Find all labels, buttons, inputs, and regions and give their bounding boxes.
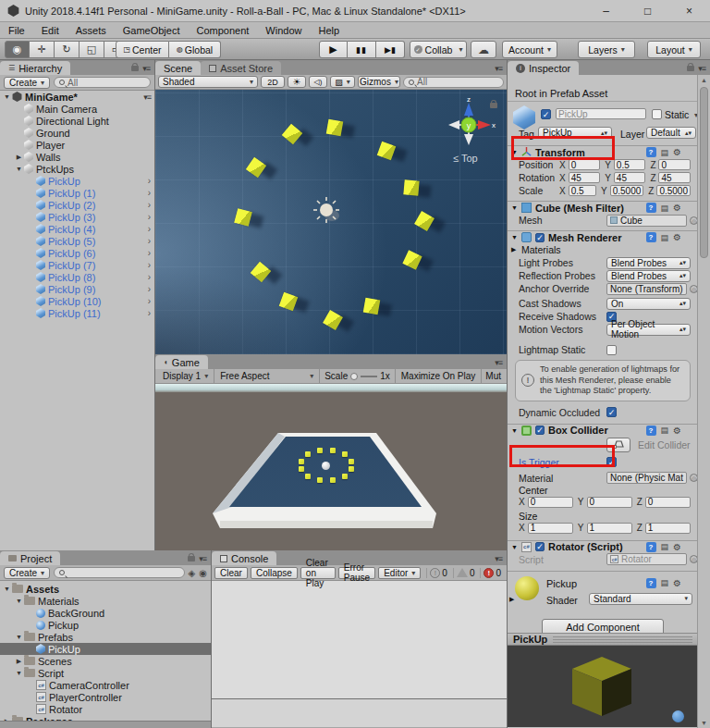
hierarchy-item-pickup-5-[interactable]: PickUp (5)› — [0, 235, 154, 247]
component-enabled-checkbox[interactable]: ✓ — [535, 233, 545, 242]
search-by-label-icon[interactable]: ◉ — [199, 568, 207, 578]
gear-icon[interactable]: ⚙ — [673, 542, 681, 552]
rotate-tool-button[interactable]: ↻ — [55, 41, 80, 58]
aspect-dropdown[interactable]: Free Aspect▾ — [214, 369, 320, 383]
scale-tool-button[interactable]: ◱ — [80, 41, 104, 58]
project-item-prefabs[interactable]: ▼Prefabs — [0, 631, 211, 643]
hierarchy-item-pickup-3-[interactable]: PickUp (3)› — [0, 211, 154, 223]
editor-dropdown[interactable]: Editor▾ — [378, 567, 421, 579]
script-object-field[interactable]: c# Rotator — [606, 553, 687, 565]
preview-viewport[interactable] — [508, 646, 698, 727]
panel-menu-icon[interactable]: ▾≡ — [495, 554, 502, 563]
project-item-playercontroller[interactable]: c#PlayerController — [0, 691, 211, 703]
foldout-icon[interactable]: ▼ — [2, 93, 12, 100]
transform-header[interactable]: ▼ Transform ? ▤ ⚙ — [508, 145, 698, 158]
mute-toggle[interactable]: Mut — [482, 369, 505, 383]
project-item-script[interactable]: ▼Script — [0, 667, 211, 679]
pause-button[interactable]: ▮▮ — [348, 41, 376, 58]
scene-orientation-gizmo[interactable]: y z x — [441, 97, 496, 153]
project-item-pickup[interactable]: Pickup — [0, 619, 211, 631]
slider-track[interactable] — [361, 376, 377, 377]
play-button[interactable]: ▶ — [319, 41, 348, 58]
error-pause-button[interactable]: Error Pause — [338, 567, 375, 579]
mesh-object-field[interactable]: Cube — [606, 215, 687, 227]
menu-help[interactable]: Help — [310, 25, 348, 36]
collider-size-y-field[interactable]: 1 — [587, 523, 632, 534]
materials-foldout[interactable]: ▶ Materials — [508, 243, 698, 256]
foldout-icon[interactable]: ▶ — [511, 246, 521, 253]
layers-dropdown[interactable]: Layers▾ — [578, 41, 635, 58]
collider-size-x-field[interactable]: 1 — [528, 523, 573, 534]
hierarchy-item-pickup-8-[interactable]: PickUp (8)› — [0, 271, 154, 283]
preview-avatar-icon[interactable] — [672, 710, 684, 722]
foldout-icon[interactable]: ▼ — [2, 586, 12, 592]
hierarchy-item-player[interactable]: Player — [0, 139, 154, 151]
mesh-filter-header[interactable]: ▼ Cube (Mesh Filter) ? ▤ ⚙ — [508, 201, 698, 214]
game-viewport[interactable] — [155, 384, 507, 550]
physic-material-field[interactable]: None (Physic Mat — [606, 472, 687, 484]
name-field[interactable]: PickUp — [556, 108, 646, 119]
preview-drag-handle[interactable] — [553, 636, 692, 643]
scene-search-input[interactable]: All — [403, 77, 504, 88]
dynamic-occluded-checkbox[interactable]: ✓ — [606, 407, 617, 417]
layout-dropdown[interactable]: Layout▾ — [647, 41, 701, 58]
light-probes-dropdown[interactable]: Blend Probes▴▾ — [606, 257, 691, 269]
minimize-button[interactable]: – — [585, 0, 627, 21]
scrollbar-thumb[interactable] — [700, 87, 708, 258]
preset-icon[interactable]: ▤ — [661, 542, 669, 551]
preset-icon[interactable]: ▤ — [661, 233, 669, 242]
position-y-field[interactable]: 0.5 — [614, 159, 646, 170]
component-enabled-checkbox[interactable]: ✓ — [535, 542, 545, 551]
collider-size-z-field[interactable]: 1 — [645, 523, 691, 534]
hierarchy-item-pickup-2-[interactable]: PickUp (2)› — [0, 199, 154, 211]
step-button[interactable]: ▶▮ — [376, 41, 405, 58]
foldout-icon[interactable]: ▶ — [14, 154, 24, 161]
hierarchy-item-pickup-11-[interactable]: PickUp (11)› — [0, 307, 154, 319]
gizmos-dropdown[interactable]: Gizmos▾ — [358, 76, 400, 88]
scene-view-angle-label[interactable]: ≤ Top — [453, 153, 478, 164]
hierarchy-item-pickup-9-[interactable]: PickUp (9)› — [0, 283, 154, 295]
prefab-open-arrow[interactable]: › — [148, 200, 151, 210]
lightmap-static-checkbox[interactable] — [606, 345, 617, 355]
preset-icon[interactable]: ▤ — [661, 426, 669, 435]
audio-toggle[interactable]: ◁) — [309, 76, 327, 88]
lighting-toggle[interactable]: ☀ — [288, 76, 306, 88]
project-item-cameracontroller[interactable]: c#CameraController — [0, 679, 211, 691]
warning-count[interactable]: 0 — [453, 568, 478, 578]
hierarchy-item-ptckups[interactable]: ▼PtckUps — [0, 163, 154, 175]
hierarchy-item-pickup[interactable]: PickUp› — [0, 175, 154, 187]
project-item-background[interactable]: BackGround — [0, 607, 211, 619]
menu-window[interactable]: Window — [257, 25, 310, 36]
panel-menu-icon[interactable]: ▾≡ — [495, 358, 502, 367]
display-dropdown[interactable]: Display 1▾ — [157, 369, 214, 383]
position-x-field[interactable]: 0 — [569, 159, 601, 170]
pickup-cube-10[interactable] — [363, 298, 381, 315]
project-item-materials[interactable]: ▼Materials — [0, 595, 211, 607]
gear-icon[interactable]: ⚙ — [673, 203, 681, 213]
preview-header[interactable]: PickUp — [508, 633, 698, 646]
prefab-open-arrow[interactable]: › — [148, 236, 151, 246]
panel-menu-icon[interactable]: ▾≡ — [142, 64, 150, 73]
pivot-center-button[interactable]: ◳ Center — [116, 41, 169, 58]
prefab-open-arrow[interactable]: › — [148, 260, 151, 270]
move-tool-button[interactable]: ✛ — [30, 41, 55, 58]
info-count[interactable]: ! 0 — [426, 568, 450, 578]
help-icon[interactable]: ? — [646, 203, 656, 213]
cloud-button[interactable]: ☁ — [471, 41, 496, 58]
tab-game[interactable]: ◖ Game — [155, 355, 208, 369]
menu-assets[interactable]: Assets — [67, 25, 115, 36]
tag-dropdown[interactable]: PickUp▴▾ — [538, 127, 612, 139]
console-log-list[interactable] — [212, 581, 507, 698]
foldout-icon[interactable]: ▼ — [511, 149, 518, 155]
rotation-z-field[interactable]: 45 — [658, 172, 691, 183]
pivot-global-button[interactable]: ◍ Global — [169, 41, 221, 58]
is-trigger-checkbox[interactable]: ✓ — [606, 457, 617, 467]
lock-icon[interactable] — [188, 556, 195, 561]
directional-light-gizmo[interactable] — [310, 193, 345, 228]
position-z-field[interactable]: 0 — [658, 159, 691, 170]
help-icon[interactable]: ? — [646, 147, 656, 157]
scene-viewport[interactable]: y z x ≤ Top — [155, 90, 507, 354]
foldout-icon[interactable]: ▼ — [14, 634, 24, 640]
gear-icon[interactable]: ⚙ — [673, 147, 681, 157]
prefab-open-arrow[interactable]: › — [148, 296, 151, 306]
